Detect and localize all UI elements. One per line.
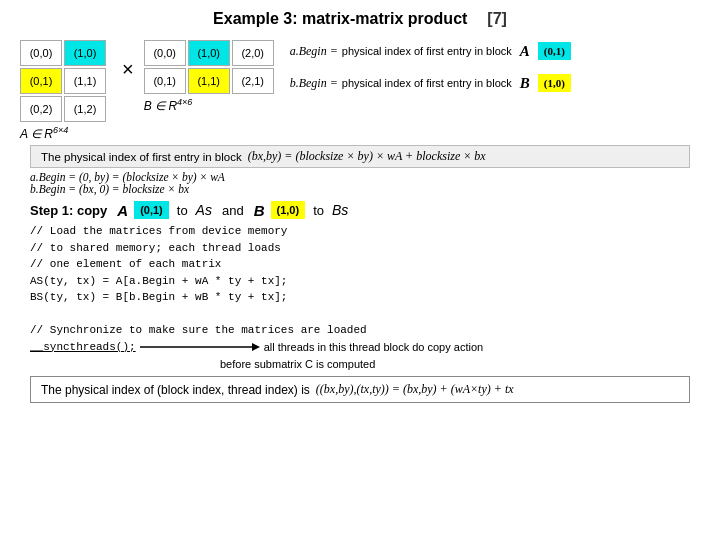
- arrow-text-2-row: before submatrix C is computed: [220, 358, 700, 370]
- title-ref: [7]: [487, 10, 507, 28]
- multiply-sign: ×: [122, 40, 134, 81]
- left-cell-12: (1,2): [64, 96, 106, 122]
- arrow-text-1: all threads in this thread block do copy…: [264, 339, 484, 356]
- code-block: // Load the matrices from device memory …: [30, 223, 690, 355]
- right-cell-11: (1,1): [188, 68, 230, 94]
- right-cell-20: (2,0): [232, 40, 274, 66]
- page-title: Example 3: matrix-matrix product: [213, 10, 467, 28]
- step1-as-label: As: [196, 202, 212, 218]
- step1-to-b: to: [313, 203, 324, 218]
- code-line-6: // Synchronize to make sure the matrices…: [30, 322, 690, 339]
- a-begin-label: a.Begin =: [290, 44, 338, 59]
- bottom-box: The physical index of (block index, thre…: [30, 376, 690, 403]
- left-cell-11: (1,1): [64, 68, 106, 94]
- left-cell-00: (0,0): [20, 40, 62, 66]
- b-begin-label: b.Begin =: [290, 76, 338, 91]
- code-line-5: BS(ty, tx) = B[b.Begin + wB * ty + tx];: [30, 289, 690, 306]
- a-badge: (0,1): [538, 42, 571, 60]
- syncthreads-code: __syncthreads();: [30, 339, 136, 356]
- left-matrix-label: A ∈ R6×4: [20, 125, 68, 141]
- phys-index-text: The physical index of first entry in blo…: [41, 151, 242, 163]
- step1-badge-a: (0,1): [134, 201, 169, 219]
- step1-badge-b: (1,0): [271, 201, 306, 219]
- sub-formulas: a.Begin = (0, by) = (blocksize × by) × w…: [30, 171, 690, 195]
- bottom-box-formula: ((bx,by),(tx,ty)) = (bx,by) + (wA×ty) + …: [316, 382, 514, 397]
- a-begin-text: physical index of first entry in block: [342, 45, 512, 57]
- step1-label: Step 1: copy: [30, 203, 107, 218]
- b-begin-text: physical index of first entry in block: [342, 77, 512, 89]
- b-begin-row: b.Begin = physical index of first entry …: [290, 74, 700, 92]
- step1-bs-label: Bs: [332, 202, 348, 218]
- right-cell-10: (1,0): [188, 40, 230, 66]
- right-cell-01: (0,1): [144, 68, 186, 94]
- svg-marker-1: [252, 343, 260, 351]
- right-matrix: (0,0) (1,0) (2,0) (0,1) (1,1) (2,1) B ∈ …: [144, 40, 274, 113]
- left-cell-10: (1,0): [64, 40, 106, 66]
- step1-and-label: and: [222, 203, 244, 218]
- phys-index-formula: (bx,by) = (blocksize × by) × wA + blocks…: [248, 149, 486, 164]
- code-line-4: AS(ty, tx) = A[a.Begin + wA * ty + tx];: [30, 273, 690, 290]
- b-big-letter: B: [520, 75, 530, 92]
- b-begin-formula: b.Begin = (bx, 0) = blocksize × bx: [30, 183, 690, 195]
- left-matrix: (0,0) (1,0) (0,1) (1,1) (0,2) (1,2) A ∈ …: [20, 40, 112, 141]
- a-begin-row: a.Begin = physical index of first entry …: [290, 42, 700, 60]
- arrow-icon: [140, 340, 260, 354]
- right-matrix-label: B ∈ R4×6: [144, 97, 193, 113]
- code-line-7: __syncthreads(); all threads in this thr…: [30, 339, 690, 356]
- step1-letter-a: A: [117, 202, 128, 219]
- b-badge: (1,0): [538, 74, 571, 92]
- arrow-text-2: before submatrix C is computed: [220, 358, 375, 370]
- left-cell-01: (0,1): [20, 68, 62, 94]
- right-cell-00: (0,0): [144, 40, 186, 66]
- phys-index-box: The physical index of first entry in blo…: [30, 145, 690, 168]
- step1-letter-b: B: [254, 202, 265, 219]
- code-line-1: // Load the matrices from device memory: [30, 223, 690, 240]
- code-line-blank: [30, 306, 690, 323]
- code-line-3: // one element of each matrix: [30, 256, 690, 273]
- code-line-2: // to shared memory; each thread loads: [30, 240, 690, 257]
- step1-row: Step 1: copy A (0,1) to As and B (1,0) t…: [30, 201, 700, 219]
- equations-panel: a.Begin = physical index of first entry …: [290, 42, 700, 92]
- step1-to-a: to: [177, 203, 188, 218]
- left-cell-02: (0,2): [20, 96, 62, 122]
- bottom-box-text: The physical index of (block index, thre…: [41, 383, 310, 397]
- right-cell-21: (2,1): [232, 68, 274, 94]
- a-begin-formula: a.Begin = (0, by) = (blocksize × by) × w…: [30, 171, 690, 183]
- a-big-letter: A: [520, 43, 530, 60]
